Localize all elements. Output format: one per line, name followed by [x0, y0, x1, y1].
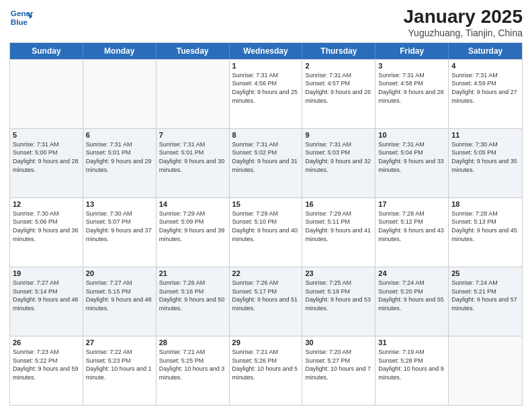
day-number: 19 — [13, 269, 80, 277]
sun-info: Sunrise: 7:20 AM Sunset: 5:27 PM Dayligh… — [305, 348, 372, 381]
weekday-header: Thursday — [302, 43, 375, 59]
sun-info: Sunrise: 7:31 AM Sunset: 4:59 PM Dayligh… — [451, 71, 519, 105]
day-number: 25 — [451, 269, 519, 277]
location: Yuguzhuang, Tianjin, China — [404, 28, 523, 38]
calendar-cell: 17Sunrise: 7:28 AM Sunset: 5:12 PM Dayli… — [375, 198, 449, 267]
day-number: 12 — [13, 200, 80, 208]
weekday-header: Monday — [83, 43, 157, 59]
sun-info: Sunrise: 7:29 AM Sunset: 5:09 PM Dayligh… — [159, 210, 226, 243]
calendar-cell: 25Sunrise: 7:24 AM Sunset: 5:21 PM Dayli… — [449, 267, 522, 336]
sun-info: Sunrise: 7:24 AM Sunset: 5:21 PM Dayligh… — [451, 279, 519, 312]
calendar-cell: 9Sunrise: 7:31 AM Sunset: 5:03 PM Daylig… — [302, 129, 375, 197]
day-number: 14 — [159, 200, 226, 208]
sun-info: Sunrise: 7:31 AM Sunset: 4:56 PM Dayligh… — [232, 71, 300, 105]
day-number: 11 — [451, 131, 519, 139]
calendar-header: SundayMondayTuesdayWednesdayThursdayFrid… — [10, 43, 522, 59]
day-number: 16 — [305, 200, 372, 208]
day-number: 23 — [305, 269, 372, 277]
calendar-cell: 8Sunrise: 7:31 AM Sunset: 5:02 PM Daylig… — [230, 129, 303, 197]
calendar-cell: 16Sunrise: 7:29 AM Sunset: 5:11 PM Dayli… — [302, 198, 375, 267]
calendar-cell: 26Sunrise: 7:23 AM Sunset: 5:22 PM Dayli… — [10, 336, 83, 405]
weekday-header: Tuesday — [157, 43, 230, 59]
sun-info: Sunrise: 7:31 AM Sunset: 5:01 PM Dayligh… — [86, 140, 153, 174]
sun-info: Sunrise: 7:31 AM Sunset: 4:58 PM Dayligh… — [378, 71, 445, 105]
svg-text:Blue: Blue — [11, 17, 28, 26]
calendar-cell: 22Sunrise: 7:26 AM Sunset: 5:17 PM Dayli… — [230, 267, 303, 336]
sun-info: Sunrise: 7:31 AM Sunset: 5:02 PM Dayligh… — [232, 140, 300, 174]
day-number: 27 — [86, 338, 153, 347]
day-number: 13 — [86, 200, 153, 208]
sun-info: Sunrise: 7:31 AM Sunset: 5:00 PM Dayligh… — [13, 140, 80, 174]
calendar-row: 26Sunrise: 7:23 AM Sunset: 5:22 PM Dayli… — [10, 336, 522, 405]
weekday-header: Saturday — [449, 43, 522, 59]
sun-info: Sunrise: 7:30 AM Sunset: 5:07 PM Dayligh… — [86, 210, 153, 243]
sun-info: Sunrise: 7:26 AM Sunset: 5:17 PM Dayligh… — [232, 279, 300, 312]
sun-info: Sunrise: 7:29 AM Sunset: 5:10 PM Dayligh… — [232, 210, 300, 243]
day-number: 2 — [305, 62, 372, 70]
calendar-row: 19Sunrise: 7:27 AM Sunset: 5:14 PM Dayli… — [10, 267, 522, 336]
calendar-cell: 24Sunrise: 7:24 AM Sunset: 5:20 PM Dayli… — [375, 267, 449, 336]
calendar-cell: 5Sunrise: 7:31 AM Sunset: 5:00 PM Daylig… — [10, 129, 83, 197]
calendar-cell: 15Sunrise: 7:29 AM Sunset: 5:10 PM Dayli… — [230, 198, 303, 267]
calendar-cell — [157, 60, 230, 128]
day-number: 6 — [86, 131, 153, 139]
calendar-cell: 13Sunrise: 7:30 AM Sunset: 5:07 PM Dayli… — [83, 198, 157, 267]
calendar-row: 12Sunrise: 7:30 AM Sunset: 5:06 PM Dayli… — [10, 197, 522, 267]
sun-info: Sunrise: 7:31 AM Sunset: 5:03 PM Dayligh… — [305, 140, 372, 174]
sun-info: Sunrise: 7:31 AM Sunset: 5:01 PM Dayligh… — [159, 140, 226, 174]
calendar-cell: 20Sunrise: 7:27 AM Sunset: 5:15 PM Dayli… — [83, 267, 157, 336]
sun-info: Sunrise: 7:31 AM Sunset: 4:57 PM Dayligh… — [305, 71, 372, 105]
day-number: 1 — [232, 62, 300, 70]
page: General Blue January 2025 Yuguzhuang, Ti… — [0, 0, 532, 411]
calendar-body: 1Sunrise: 7:31 AM Sunset: 4:56 PM Daylig… — [10, 59, 522, 405]
calendar-cell: 23Sunrise: 7:25 AM Sunset: 5:19 PM Dayli… — [302, 267, 375, 336]
logo: General Blue — [9, 7, 34, 31]
sun-info: Sunrise: 7:31 AM Sunset: 5:04 PM Dayligh… — [378, 140, 445, 174]
day-number: 22 — [232, 269, 300, 277]
day-number: 31 — [378, 338, 445, 347]
day-number: 8 — [232, 131, 300, 139]
calendar-cell: 30Sunrise: 7:20 AM Sunset: 5:27 PM Dayli… — [302, 336, 375, 405]
calendar-cell: 19Sunrise: 7:27 AM Sunset: 5:14 PM Dayli… — [10, 267, 83, 336]
sun-info: Sunrise: 7:23 AM Sunset: 5:22 PM Dayligh… — [13, 348, 80, 381]
sun-info: Sunrise: 7:21 AM Sunset: 5:26 PM Dayligh… — [232, 348, 300, 381]
sun-info: Sunrise: 7:22 AM Sunset: 5:23 PM Dayligh… — [86, 348, 153, 381]
weekday-header: Friday — [375, 43, 449, 59]
sun-info: Sunrise: 7:27 AM Sunset: 5:14 PM Dayligh… — [13, 279, 80, 312]
day-number: 5 — [13, 131, 80, 139]
calendar-cell: 12Sunrise: 7:30 AM Sunset: 5:06 PM Dayli… — [10, 198, 83, 267]
sun-info: Sunrise: 7:29 AM Sunset: 5:11 PM Dayligh… — [305, 210, 372, 243]
day-number: 21 — [159, 269, 226, 277]
day-number: 15 — [232, 200, 300, 208]
calendar-cell: 7Sunrise: 7:31 AM Sunset: 5:01 PM Daylig… — [157, 129, 230, 197]
calendar-row: 5Sunrise: 7:31 AM Sunset: 5:00 PM Daylig… — [10, 128, 522, 197]
calendar-cell: 6Sunrise: 7:31 AM Sunset: 5:01 PM Daylig… — [83, 129, 157, 197]
calendar-cell — [449, 336, 522, 405]
calendar-cell: 21Sunrise: 7:26 AM Sunset: 5:16 PM Dayli… — [157, 267, 230, 336]
sun-info: Sunrise: 7:24 AM Sunset: 5:20 PM Dayligh… — [378, 279, 445, 312]
calendar-cell: 18Sunrise: 7:28 AM Sunset: 5:13 PM Dayli… — [449, 198, 522, 267]
sun-info: Sunrise: 7:21 AM Sunset: 5:25 PM Dayligh… — [159, 348, 226, 381]
title-block: January 2025 Yuguzhuang, Tianjin, China — [404, 7, 523, 38]
sun-info: Sunrise: 7:28 AM Sunset: 5:12 PM Dayligh… — [378, 210, 445, 243]
header: General Blue January 2025 Yuguzhuang, Ti… — [9, 7, 523, 38]
sun-info: Sunrise: 7:30 AM Sunset: 5:05 PM Dayligh… — [451, 140, 519, 174]
calendar-cell: 10Sunrise: 7:31 AM Sunset: 5:04 PM Dayli… — [375, 129, 449, 197]
day-number: 20 — [86, 269, 153, 277]
calendar-row: 1Sunrise: 7:31 AM Sunset: 4:56 PM Daylig… — [10, 59, 522, 128]
calendar-cell: 4Sunrise: 7:31 AM Sunset: 4:59 PM Daylig… — [449, 60, 522, 128]
sun-info: Sunrise: 7:30 AM Sunset: 5:06 PM Dayligh… — [13, 210, 80, 243]
sun-info: Sunrise: 7:27 AM Sunset: 5:15 PM Dayligh… — [86, 279, 153, 312]
day-number: 30 — [305, 338, 372, 347]
sun-info: Sunrise: 7:25 AM Sunset: 5:19 PM Dayligh… — [305, 279, 372, 312]
day-number: 28 — [159, 338, 226, 347]
weekday-header: Wednesday — [230, 43, 303, 59]
calendar-cell — [83, 60, 157, 128]
month-year: January 2025 — [404, 7, 523, 28]
logo-icon: General Blue — [9, 7, 34, 31]
calendar-cell: 3Sunrise: 7:31 AM Sunset: 4:58 PM Daylig… — [375, 60, 449, 128]
calendar-cell: 31Sunrise: 7:19 AM Sunset: 5:28 PM Dayli… — [375, 336, 449, 405]
calendar-cell: 11Sunrise: 7:30 AM Sunset: 5:05 PM Dayli… — [449, 129, 522, 197]
calendar-cell: 29Sunrise: 7:21 AM Sunset: 5:26 PM Dayli… — [230, 336, 303, 405]
day-number: 24 — [378, 269, 445, 277]
